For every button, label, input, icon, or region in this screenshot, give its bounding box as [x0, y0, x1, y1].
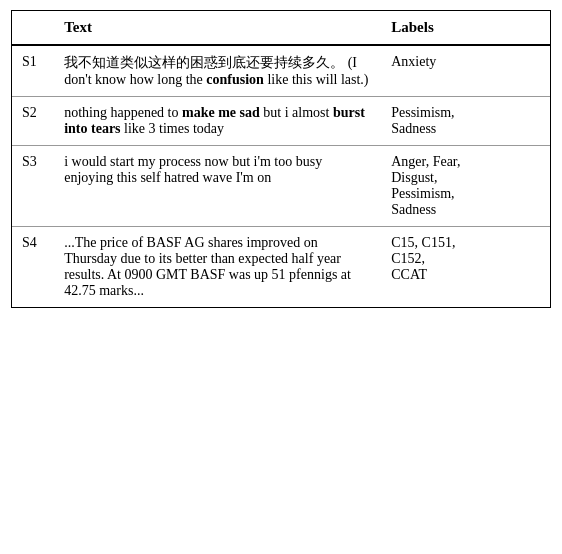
cell-text: nothing happened to make me sad but i al… [54, 97, 381, 146]
table-row: S3i would start my process now but i'm t… [12, 146, 550, 227]
cell-labels: Anger, Fear, Disgust, Pessimism, Sadness [381, 146, 550, 227]
cell-id: S2 [12, 97, 54, 146]
table-row: S1我不知道类似这样的困惑到底还要持续多久。 (I don't know how… [12, 45, 550, 97]
cell-id: S4 [12, 227, 54, 308]
cell-labels: Pessimism, Sadness [381, 97, 550, 146]
cell-labels: C15, C151, C152, CCAT [381, 227, 550, 308]
table-row: S2nothing happened to make me sad but i … [12, 97, 550, 146]
cell-id: S3 [12, 146, 54, 227]
cell-text: i would start my process now but i'm too… [54, 146, 381, 227]
cell-labels: Anxiety [381, 45, 550, 97]
main-table: Text Labels S1我不知道类似这样的困惑到底还要持续多久。 (I do… [11, 10, 551, 308]
cell-id: S1 [12, 45, 54, 97]
header-text: Text [54, 11, 381, 45]
header-id [12, 11, 54, 45]
cell-text: 我不知道类似这样的困惑到底还要持续多久。 (I don't know how l… [54, 45, 381, 97]
header-labels: Labels [381, 11, 550, 45]
table-row: S4...The price of BASF AG shares improve… [12, 227, 550, 308]
table-header-row: Text Labels [12, 11, 550, 45]
cell-text: ...The price of BASF AG shares improved … [54, 227, 381, 308]
